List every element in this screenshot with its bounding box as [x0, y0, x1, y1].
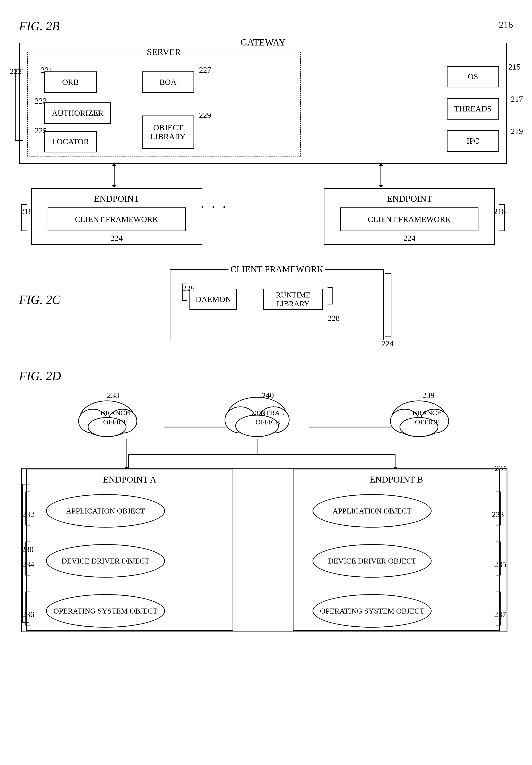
orb-label: ORB: [62, 78, 79, 87]
authorizer-box: AUTHORIZER: [44, 102, 111, 124]
ref228-bracket: [326, 286, 336, 305]
os-oval-a: OPERATING SYSTEM OBJECT: [46, 594, 165, 628]
platform-area: OS 215 THREADS 217 IPC 219: [409, 52, 499, 157]
os-label: OS: [468, 72, 478, 81]
fig2c-outer-box: CLIENT FRAMEWORK 226 DAEMON RUNTIME LIBR…: [170, 269, 384, 340]
ref-216: 216: [499, 19, 513, 30]
runtime-box: RUNTIME LIBRARY: [263, 289, 323, 310]
fig2d-diagram: 238 BRANCH OFFICE 240 CENTRAL OFFICE 239…: [19, 390, 507, 640]
ref222-bracket: [13, 67, 25, 143]
ref235-bracket: [494, 539, 501, 577]
ref-229: 229: [199, 111, 211, 120]
fig2b-title: FIG. 2B: [19, 19, 60, 33]
ref-224-right: 224: [325, 234, 494, 243]
ipc-box: IPC: [447, 130, 499, 152]
endpoint-right-title: ENDPOINT: [325, 193, 494, 204]
os-box: OS: [447, 66, 499, 87]
ref226-bracket: [181, 283, 188, 302]
endpoint-left-title: ENDPOINT: [32, 193, 202, 204]
os-obj-b-label: OPERATING SYSTEM OBJECT: [320, 607, 424, 615]
fig2c-container: CLIENT FRAMEWORK 226 DAEMON RUNTIME LIBR…: [170, 269, 384, 345]
threads-box: THREADS: [447, 98, 499, 120]
ref218-right-bracket: [497, 202, 507, 233]
svg-marker-2: [112, 185, 117, 188]
dots: · · ·: [201, 199, 228, 215]
server-box: SERVER 222 221 ORB BOA 227: [27, 52, 301, 157]
runtime-label: RUNTIME LIBRARY: [264, 291, 322, 308]
device-oval-a: DEVICE DRIVER OBJECT: [46, 544, 165, 577]
gateway-label: GATEWAY: [238, 37, 288, 48]
boa-label: BOA: [159, 78, 177, 87]
client-fw-right: CLIENT FRAMEWORK: [340, 208, 478, 231]
device-oval-b: DEVICE DRIVER OBJECT: [313, 544, 431, 577]
fig2b-section: FIG. 2B 216 GATEWAY SERVER 222 221: [19, 19, 513, 250]
gateway-box: GATEWAY SERVER 222 221 ORB: [19, 43, 507, 164]
fig2c-fw-label: CLIENT FRAMEWORK: [228, 264, 325, 274]
threads-label: THREADS: [454, 104, 492, 113]
svg-marker-1: [112, 164, 117, 166]
fig2b-diagram: GATEWAY SERVER 222 221 ORB: [19, 43, 507, 250]
ref-227: 227: [199, 66, 211, 75]
endpoint-a-title: ENDPOINT A: [27, 474, 233, 485]
ref224-bracket: [384, 271, 396, 339]
app-oval-a: APPLICATION OBJECT: [46, 494, 165, 527]
svg-marker-5: [379, 185, 383, 188]
endpoints-area: ENDPOINT CLIENT FRAMEWORK 224 218 · · · …: [19, 188, 507, 250]
ref233-bracket: [494, 489, 501, 527]
fig2d-title: FIG. 2D: [19, 369, 513, 383]
objlib-label: OBJECT LIBRARY: [142, 123, 193, 141]
endpoint-a-box: ENDPOINT A 232 APPLICATION OBJECT 234: [26, 469, 233, 631]
client-fw-left: CLIENT FRAMEWORK: [48, 208, 186, 231]
os-oval-b: OPERATING SYSTEM OBJECT: [313, 594, 431, 628]
daemon-label: DAEMON: [196, 295, 231, 304]
device-obj-b-label: DEVICE DRIVER OBJECT: [328, 557, 416, 565]
objlib-box: OBJECT LIBRARY: [142, 116, 194, 149]
locator-label: LOCATOR: [52, 137, 89, 146]
fig2c-title: FIG. 2C: [19, 293, 60, 307]
os-obj-a-label: OPERATING SYSTEM OBJECT: [53, 607, 157, 615]
ref-217: 217: [511, 95, 523, 104]
ref218-left-bracket: [19, 202, 29, 233]
app-obj-b-label: APPLICATION OBJECT: [333, 506, 411, 515]
authorizer-label: AUTHORIZER: [52, 109, 103, 118]
ref-239: 239: [404, 390, 452, 400]
ref-224-left: 224: [32, 234, 202, 243]
server-label: SERVER: [145, 47, 183, 57]
branch-office-right-label: BRANCH OFFICE: [403, 408, 451, 426]
ref-224-2c: 224: [381, 339, 394, 348]
orb-box: ORB: [44, 71, 97, 93]
central-office-label: CENTRAL OFFICE: [242, 408, 294, 426]
ref230-bracket: [19, 479, 31, 627]
boa-box: BOA: [142, 71, 194, 93]
endpoint-right-box: ENDPOINT CLIENT FRAMEWORK 224: [324, 188, 495, 245]
client-fw-left-label: CLIENT FRAMEWORK: [75, 215, 158, 224]
device-obj-a-label: DEVICE DRIVER OBJECT: [61, 557, 149, 565]
locator-box: LOCATOR: [44, 131, 97, 152]
svg-marker-4: [379, 164, 383, 166]
endpoint-b-box: ENDPOINT B APPLICATION OBJECT 233 DEVICE…: [293, 469, 500, 631]
client-fw-right-label: CLIENT FRAMEWORK: [368, 215, 451, 224]
daemon-box: DAEMON: [189, 289, 237, 310]
app-obj-a-label: APPLICATION OBJECT: [66, 506, 145, 515]
ref-240: 240: [244, 390, 292, 400]
fig2d-section: FIG. 2D: [19, 369, 513, 640]
fig2c-section: FIG. 2C CLIENT FRAMEWORK 226 DAEMON: [19, 269, 513, 345]
ipc-label: IPC: [467, 137, 479, 146]
ref-219: 219: [511, 127, 523, 136]
ref-215: 215: [508, 62, 521, 71]
app-oval-b: APPLICATION OBJECT: [313, 494, 431, 527]
endpoint-left-box: ENDPOINT CLIENT FRAMEWORK 224: [31, 188, 202, 245]
ref-228: 228: [328, 314, 340, 323]
branch-office-left-label: BRANCH OFFICE: [92, 408, 139, 426]
ref237-bracket: [494, 589, 501, 628]
endpoint-b-title: ENDPOINT B: [294, 474, 499, 485]
ref-238: 238: [89, 390, 137, 400]
arrows-svg: [19, 164, 507, 188]
